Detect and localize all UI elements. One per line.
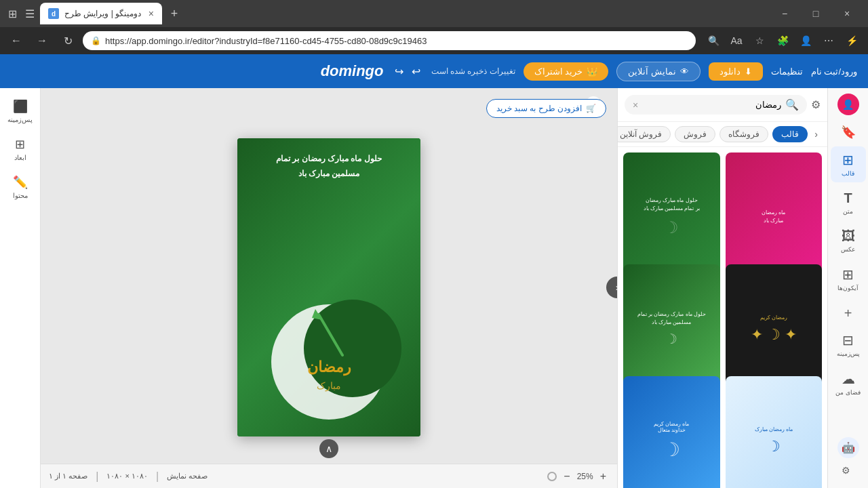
crown-icon: 👑 bbox=[587, 66, 597, 77]
bookmark-icon[interactable]: 🔖 bbox=[837, 121, 860, 144]
sidebar-item-dimensions[interactable]: ⊞ ابعاد bbox=[3, 131, 38, 167]
app-body: ⬛ پس‌زمینه ⊞ ابعاد ✏️ محتوا 🛒 افزودن طرح… bbox=[0, 88, 868, 488]
cloud-icon: ☁ bbox=[842, 371, 855, 387]
tpl1-text: حلول ماه مبارک رمضانبر تمام مسلمین مبارک… bbox=[644, 197, 700, 213]
right-icon-image[interactable]: 🖼 عکس bbox=[831, 223, 866, 258]
panel-search-bar: ⚙ 🔍 × bbox=[618, 88, 827, 122]
zoom-out-button[interactable]: − bbox=[561, 469, 572, 484]
search-input[interactable] bbox=[642, 100, 781, 110]
undo-button[interactable]: ↩ bbox=[409, 62, 423, 81]
filter-tab-online-sale[interactable]: فروش آنلاین bbox=[618, 126, 671, 142]
active-tab[interactable]: d دومینگو | ویرایش طرح × bbox=[40, 3, 162, 24]
browser-extensions-icon[interactable]: ⊞ bbox=[5, 5, 20, 23]
tpl6-text: ماه رمضان مبارک bbox=[755, 426, 793, 432]
image-icon-label: عکس bbox=[841, 246, 855, 253]
sidebar-dimensions-label: ابعاد bbox=[14, 154, 26, 161]
ai-assist-button[interactable]: 🤖 bbox=[837, 437, 859, 458]
expand-button[interactable]: ∧ bbox=[319, 439, 338, 458]
back-button[interactable]: ← bbox=[5, 30, 27, 52]
favorites-icon[interactable]: ☆ bbox=[749, 30, 770, 52]
filter-tab-template[interactable]: قالب bbox=[772, 126, 808, 142]
login-button[interactable]: ورود/ثبت نام bbox=[811, 66, 857, 77]
bg-icon: ⊟ bbox=[842, 332, 854, 348]
sidebar-item-content[interactable]: ✏️ محتوا bbox=[3, 169, 38, 205]
background-icon: ⬛ bbox=[13, 99, 28, 114]
text-icon-label: متن bbox=[843, 208, 853, 215]
sidebar-background-label: پس‌زمینه bbox=[7, 116, 33, 123]
loading-spinner bbox=[547, 472, 557, 481]
tab-favicon: d bbox=[48, 8, 59, 19]
download-button[interactable]: ⬇ دانلود bbox=[709, 62, 763, 81]
browser-toolbar: 🔍 Aa ☆ 🧩 👤 ⋯ ⚡ bbox=[703, 30, 863, 52]
zoom-level: 25% bbox=[577, 472, 593, 481]
url-input[interactable]: 🔒 https://app.domingo.ir/editor?industry… bbox=[83, 31, 696, 50]
extensions-icon[interactable]: 🧩 bbox=[772, 30, 793, 52]
redo-button[interactable]: ↪ bbox=[392, 62, 406, 81]
sidebar-toggle[interactable]: ☰ bbox=[22, 5, 37, 23]
sidebar-content-label: محتوا bbox=[13, 192, 28, 199]
menu-icon[interactable]: ⋯ bbox=[818, 30, 840, 52]
browser-search-icon[interactable]: 🔍 bbox=[703, 30, 724, 52]
tab-title: دومینگو | ویرایش طرح bbox=[64, 9, 143, 18]
refresh-button[interactable]: ↻ bbox=[57, 30, 79, 52]
filter-back-arrow[interactable]: ‹ bbox=[812, 126, 821, 142]
profile-avatar[interactable]: 👤 bbox=[837, 94, 859, 115]
sidebar-item-background[interactable]: ⬛ پس‌زمینه bbox=[3, 94, 38, 129]
template-card-5[interactable]: ماه رمضان کریمخداوند متعال ☽ 👑 bbox=[623, 376, 720, 488]
template-card-4[interactable]: رمضان کریم ✦ ☽ ✦ 👑 bbox=[726, 264, 823, 393]
design-canvas[interactable]: حلول ماه مبارک رمضان بر تماممسلمین مبارک… bbox=[237, 138, 420, 436]
reader-mode-icon[interactable]: Aa bbox=[726, 30, 747, 52]
next-slide-arrow[interactable]: › bbox=[606, 277, 617, 298]
preview-button[interactable]: 👁 نمایش آنلاین bbox=[616, 62, 701, 81]
search-clear-icon[interactable]: × bbox=[633, 100, 638, 110]
edge-icon[interactable]: ⚡ bbox=[841, 30, 863, 52]
dimensions-icon: ⊞ bbox=[15, 137, 25, 152]
settings-gear-icon[interactable]: ⚙ bbox=[837, 461, 859, 480]
canvas-area: 🛒 افزودن طرح به سبد خرید ℹ حلول ماه مبار… bbox=[41, 88, 617, 488]
maximize-button[interactable]: □ bbox=[800, 0, 831, 27]
content-icon: ✏️ bbox=[13, 175, 28, 190]
search-input-box[interactable]: 🔍 × bbox=[625, 95, 807, 115]
tpl4-text: رمضان کریم bbox=[760, 314, 787, 322]
tpl5-text: ماه رمضان کریمخداوند متعال bbox=[654, 421, 689, 433]
right-icon-icons[interactable]: ⊞ آیکون‌ها bbox=[831, 261, 866, 297]
close-button[interactable]: × bbox=[831, 0, 863, 27]
left-sidebar: ⬛ پس‌زمینه ⊞ ابعاد ✏️ محتوا bbox=[0, 88, 41, 488]
minimize-button[interactable]: − bbox=[769, 0, 800, 27]
template-card-6[interactable]: ماه رمضان مبارک ☽ 👑 bbox=[726, 376, 823, 488]
right-icon-background[interactable]: ⊟ پس‌زمینه bbox=[831, 327, 866, 363]
svg-text:رمضان: رمضان bbox=[307, 359, 351, 376]
search-icon: 🔍 bbox=[785, 98, 799, 111]
svg-text:مبارک: مبارک bbox=[317, 380, 341, 392]
text-icon: T bbox=[844, 190, 852, 206]
right-icon-myspace[interactable]: ☁ فضای من bbox=[831, 365, 866, 401]
download-icon: ⬇ bbox=[745, 66, 752, 77]
filter-icon[interactable]: ⚙ bbox=[811, 98, 821, 111]
zoom-in-button[interactable]: + bbox=[597, 469, 609, 484]
template-card-1[interactable]: حلول ماه مبارک رمضانبر تمام مسلمین مبارک… bbox=[623, 152, 720, 281]
profile-icon[interactable]: 👤 bbox=[795, 30, 816, 52]
canvas-background: حلول ماه مبارک رمضان بر تماممسلمین مبارک… bbox=[237, 138, 420, 436]
forward-button[interactable]: → bbox=[31, 30, 53, 52]
subscribe-button[interactable]: 👑 خرید اشتراک bbox=[524, 62, 609, 81]
new-tab-button[interactable]: + bbox=[165, 4, 184, 23]
tpl3-text: حلول ماه مبارک رمضان بر تمام مسلمین مبار… bbox=[629, 310, 715, 327]
app: ورود/ثبت نام تنظیمات ⬇ دانلود 👁 نمایش آن… bbox=[0, 54, 868, 488]
canvas-top-text: حلول ماه مبارک رمضان بر تماممسلمین مبارک… bbox=[256, 152, 402, 181]
image-icon: 🖼 bbox=[842, 228, 855, 244]
dpi-label: صفحه نمایش bbox=[167, 472, 208, 481]
template-card-3[interactable]: حلول ماه مبارک رمضان بر تمام مسلمین مبار… bbox=[623, 264, 720, 393]
template-card-2[interactable]: ماه رمضانمبارک باد 👑 bbox=[726, 152, 823, 281]
filter-tab-sale[interactable]: فروش bbox=[675, 126, 715, 142]
undo-redo-controls: ↩ ↪ bbox=[392, 62, 423, 81]
add-to-cart-button[interactable]: 🛒 افزودن طرح به سبد خرید bbox=[486, 99, 606, 118]
filter-tab-store[interactable]: فروشگاه bbox=[719, 126, 768, 142]
filter-tabs: ‹ قالب فروشگاه فروش فروش آنلاین اعلا bbox=[618, 122, 827, 147]
add-element-button[interactable]: + bbox=[837, 302, 859, 324]
app-logo: domingo bbox=[321, 62, 384, 80]
tab-close-icon[interactable]: × bbox=[149, 8, 154, 19]
right-icon-template[interactable]: ⊞ قالب bbox=[831, 146, 866, 182]
right-icon-text[interactable]: T متن bbox=[831, 185, 866, 220]
settings-button[interactable]: تنظیمات bbox=[771, 66, 803, 77]
bottom-toolbar: صفحه ۱ از ۱ | ۱۰۸۰ × ۱۰۸۰ | صفحه نمایش −… bbox=[41, 464, 617, 488]
